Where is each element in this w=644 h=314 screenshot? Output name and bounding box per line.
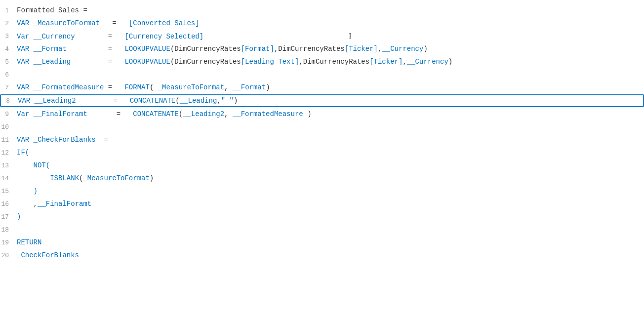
code-token: = bbox=[76, 97, 130, 105]
code-token: [Currency Selected] bbox=[124, 33, 203, 40]
code-editor: 1Formatted Sales =2VAR _MeasureToFormat … bbox=[0, 0, 644, 314]
code-token bbox=[17, 174, 50, 182]
code-token: DimCurrencyRates bbox=[174, 45, 241, 53]
code-token: = bbox=[104, 83, 124, 91]
code-token: [Ticker] bbox=[369, 58, 402, 66]
line-content: Var __FinalForamt = CONCATENATE(__Leadin… bbox=[15, 110, 644, 118]
line-number: 9 bbox=[0, 111, 15, 118]
code-token: LOOKUPVALUE bbox=[124, 45, 170, 53]
code-token: IF( bbox=[17, 149, 29, 157]
code-line-1: 1Formatted Sales = bbox=[0, 4, 644, 17]
code-line-18: 18 bbox=[0, 223, 644, 236]
code-token: , bbox=[402, 58, 406, 66]
line-content: _CheckForBlanks bbox=[15, 251, 644, 259]
code-token: ) bbox=[448, 58, 452, 66]
code-line-7: 7VAR __FormatedMeasure = FORMAT( _Measur… bbox=[0, 81, 644, 94]
code-token: ) bbox=[17, 213, 21, 221]
code-token: __Leading bbox=[34, 58, 71, 66]
line-number: 6 bbox=[0, 71, 15, 78]
code-token: __FormatedMeasure bbox=[233, 110, 303, 118]
line-number: 11 bbox=[0, 136, 15, 144]
line-content: Var __Currency = [Currency Selected] I bbox=[15, 32, 644, 40]
text-cursor-icon: I bbox=[349, 32, 351, 40]
code-token bbox=[203, 33, 349, 40]
line-number: 8 bbox=[1, 97, 16, 105]
line-content: ) bbox=[15, 213, 644, 221]
code-line-5: 5VAR __Leading = LOOKUPVALUE(DimCurrency… bbox=[0, 55, 644, 68]
code-token: [Ticker] bbox=[345, 45, 378, 53]
code-line-6: 6 bbox=[0, 68, 644, 81]
line-number: 18 bbox=[0, 226, 15, 234]
code-token: ) bbox=[303, 110, 312, 118]
code-token: __Format bbox=[34, 45, 67, 53]
line-content: VAR _CheckForBlanks = bbox=[15, 136, 644, 144]
code-token: = bbox=[71, 58, 124, 66]
line-number: 13 bbox=[0, 162, 15, 169]
code-token: ) bbox=[150, 174, 154, 182]
code-token: ) bbox=[423, 45, 427, 53]
code-token: __FinalForamt bbox=[38, 200, 91, 208]
code-token: __FormatedMeasure bbox=[34, 83, 104, 91]
code-token: __Leading bbox=[180, 97, 217, 105]
line-number: 19 bbox=[0, 239, 15, 246]
code-token: ) bbox=[266, 83, 270, 91]
code-line-3: 3Var __Currency = [Currency Selected] I bbox=[0, 30, 644, 42]
code-line-16: 16 ,__FinalForamt bbox=[0, 197, 644, 210]
line-content: VAR _MeasureToFormat = [Converted Sales] bbox=[15, 19, 644, 27]
code-token: Var bbox=[17, 110, 34, 118]
code-token: Var bbox=[17, 33, 34, 40]
code-line-17: 17) bbox=[0, 210, 644, 223]
line-content: ,__FinalForamt bbox=[15, 200, 644, 208]
code-token: LOOKUPVALUE bbox=[124, 58, 170, 66]
code-token: _MeasureToFormat bbox=[34, 19, 100, 27]
code-token: = bbox=[96, 136, 108, 144]
code-token: VAR bbox=[18, 97, 35, 105]
line-number: 15 bbox=[0, 188, 15, 195]
code-token: __Currency bbox=[407, 58, 448, 66]
code-token: = bbox=[100, 19, 129, 27]
code-token: ) bbox=[34, 187, 38, 195]
code-token: VAR bbox=[17, 83, 34, 91]
code-token: __Leading2 bbox=[35, 97, 76, 105]
line-number: 4 bbox=[0, 45, 15, 53]
code-token: VAR bbox=[17, 45, 34, 53]
code-token: ISBLANK bbox=[50, 174, 79, 182]
code-token: _CheckForBlanks bbox=[17, 251, 79, 259]
line-number: 14 bbox=[0, 175, 15, 182]
code-token: __FinalForamt bbox=[34, 110, 87, 118]
line-number: 7 bbox=[0, 84, 15, 91]
code-token: CONCATENATE bbox=[133, 110, 178, 118]
code-line-12: 12IF( bbox=[0, 146, 644, 159]
code-token: [Leading Text] bbox=[241, 58, 299, 66]
code-line-8: 8VAR __Leading2 = CONCATENATE(__Leading,… bbox=[0, 94, 644, 107]
code-token: [Format] bbox=[241, 45, 274, 53]
code-line-9: 9Var __FinalForamt = CONCATENATE(__Leadi… bbox=[0, 108, 644, 120]
code-token: ) bbox=[234, 97, 238, 105]
line-number: 10 bbox=[0, 123, 15, 131]
line-number: 17 bbox=[0, 213, 15, 221]
line-content bbox=[15, 123, 644, 131]
code-token: FORMAT bbox=[124, 83, 149, 91]
code-line-4: 4VAR __Format = LOOKUPVALUE(DimCurrencyR… bbox=[0, 42, 644, 55]
code-token: _MeasureToFormat bbox=[158, 83, 224, 91]
line-content bbox=[15, 71, 644, 78]
code-token: VAR bbox=[17, 19, 34, 27]
code-token bbox=[17, 161, 34, 169]
code-line-2: 2VAR _MeasureToFormat = [Converted Sales… bbox=[0, 17, 644, 30]
code-token: DimCurrencyRates bbox=[303, 58, 369, 66]
code-token: DimCurrencyRates bbox=[174, 58, 241, 66]
code-line-10: 10 bbox=[0, 120, 644, 133]
line-content: VAR __Leading = LOOKUPVALUE(DimCurrencyR… bbox=[15, 58, 644, 66]
code-token: , bbox=[224, 83, 233, 91]
code-line-11: 11VAR _CheckForBlanks = bbox=[0, 133, 644, 146]
code-line-19: 19RETURN bbox=[0, 236, 644, 249]
code-token: _CheckForBlanks bbox=[34, 136, 96, 144]
line-number: 1 bbox=[0, 7, 15, 14]
line-content: VAR __FormatedMeasure = FORMAT( _Measure… bbox=[15, 83, 644, 91]
line-number: 20 bbox=[0, 252, 15, 259]
code-token: NOT( bbox=[34, 161, 50, 169]
code-token: [Converted Sales] bbox=[129, 19, 200, 27]
code-token: = bbox=[75, 33, 125, 40]
code-token: CONCATENATE bbox=[130, 97, 175, 105]
line-content bbox=[15, 226, 644, 234]
